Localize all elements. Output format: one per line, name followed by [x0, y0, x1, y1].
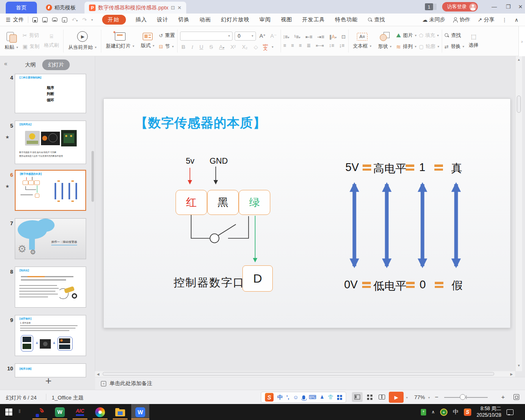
zoom-options-icon[interactable]: ▾ — [428, 396, 430, 399]
window-count-badge[interactable]: 1 — [425, 3, 433, 10]
taskbar-app-explorer[interactable] — [111, 404, 129, 420]
slideshow-play-button[interactable]: ▶ — [389, 392, 404, 403]
text-box-anchor-icon[interactable]: ⊡ — [342, 34, 346, 40]
ime-person-icon[interactable]: ♟ — [320, 395, 324, 400]
slide-thumbnail-4[interactable]: 【三种主要控制结构】 顺序 判断 循环 — [15, 74, 86, 113]
shapes-button[interactable]: 形状▾ — [376, 32, 394, 50]
wire-box-black[interactable]: 黑 — [207, 190, 239, 215]
redo-icon[interactable]: ↷ — [82, 17, 87, 23]
slide-thumbnail-9[interactable]: 【动手制作】 1. 硬件连接 + + — [15, 315, 86, 356]
font-size-select[interactable]: 0▾ — [235, 32, 256, 41]
find-menu[interactable]: 查找 — [368, 16, 385, 23]
pin-tab-icon[interactable]: ⊡ — [171, 5, 175, 11]
sync-status[interactable]: ☁未同步 — [422, 16, 445, 23]
align-center-icon[interactable]: ≡ — [291, 43, 294, 48]
slide-thumbnail-7[interactable]: ⚙ ⚙ 操作一：障碍报警器 — [15, 218, 86, 259]
theme-name[interactable]: 1_Office 主题 — [52, 394, 84, 402]
new-slide-button[interactable]: ✶ 新建幻灯片▾ — [104, 32, 136, 50]
tab-home[interactable]: 首页 — [6, 2, 37, 14]
increase-indent-icon[interactable]: ⇥≡ — [317, 34, 324, 40]
taskbar-app-aic[interactable]: AIC — [71, 404, 89, 420]
file-menu[interactable]: ☰ 文件 — [6, 16, 24, 23]
replace-button[interactable]: ⇄替换▾ — [445, 43, 464, 50]
outline-button[interactable]: ▢轮廓▾ — [419, 43, 439, 50]
taskbar-app-mindmaster[interactable]: W — [51, 404, 69, 420]
find-button[interactable]: 查找 — [445, 32, 464, 39]
ime-emoji-icon[interactable]: ☺ — [293, 394, 298, 400]
tab-outline[interactable]: 大纲 — [25, 61, 36, 68]
tab-document[interactable]: P 数字传感器和模拟传感器.pptx ⊡ ✕ — [84, 2, 186, 14]
font-color-button[interactable]: A▾ — [218, 44, 226, 50]
tab-features[interactable]: 特色功能 — [335, 16, 358, 23]
ime-toolbar[interactable]: S 中 ’, ☺ ⌨ ♟ 👕 — [261, 392, 346, 403]
wire-box-green[interactable]: 绿 — [239, 190, 270, 215]
slide-thumbnail-5[interactable]: 【找共同点】 数字传感器 D 绿色 输出高/低电平 可判断 图形化模块是六边形 … — [15, 121, 86, 164]
fit-to-window-button[interactable] — [514, 394, 519, 400]
notes-bar[interactable]: ≡ 单击此处添加备注 — [95, 377, 525, 390]
tab-animation[interactable]: 动画 — [200, 16, 211, 23]
slide-6-editing-area[interactable]: 【数字传感器的本质】 5v GND — [103, 98, 511, 328]
taskbar-app-browser[interactable] — [91, 404, 109, 420]
arrange-button[interactable]: ≋排列▾ — [396, 43, 417, 50]
play-options-icon[interactable]: ▾ — [406, 396, 408, 399]
scroll-up-icon[interactable]: ▲ — [517, 58, 520, 62]
align-right-icon[interactable]: ≡ — [299, 43, 302, 48]
vertical-scrollbar-thumb[interactable] — [517, 96, 521, 113]
start-button[interactable] — [5, 409, 12, 415]
tab-slideshow[interactable]: 幻灯片放映 — [221, 16, 250, 23]
ime-mic-icon[interactable] — [302, 395, 305, 399]
zoom-slider-thumb[interactable] — [460, 394, 466, 400]
strikethrough-button[interactable]: S — [208, 44, 215, 50]
tab-view[interactable]: 视图 — [281, 16, 292, 23]
font-family-select[interactable]: ▾ — [180, 32, 233, 41]
increase-font-icon[interactable]: A⁺ — [258, 33, 267, 39]
copy-button[interactable]: ▣复制 — [23, 43, 39, 50]
undo-icon[interactable]: ↶▾ — [72, 17, 78, 23]
section-button[interactable]: ⊟节▾ — [159, 43, 175, 50]
taskbar-app-wps-active[interactable]: W — [131, 404, 149, 420]
superscript-button[interactable]: X² — [229, 44, 237, 50]
decrease-font-icon[interactable]: A⁻ — [269, 33, 278, 39]
notification-center-icon[interactable] — [507, 409, 514, 415]
print-icon[interactable] — [52, 18, 57, 22]
bold-button[interactable]: B — [180, 44, 186, 50]
more-menu-icon[interactable]: ⋮ — [502, 17, 507, 23]
ime-toolbox-icon[interactable] — [337, 395, 342, 400]
zoom-level[interactable]: 77% — [414, 394, 425, 400]
share-button[interactable]: ↗分享 — [478, 16, 495, 23]
text-direction-icon[interactable]: ∥A▾ — [329, 34, 337, 40]
reading-view-button[interactable] — [377, 392, 387, 402]
align-left-icon[interactable]: ≡ — [283, 43, 286, 48]
tab-slides[interactable]: 幻灯片 — [42, 59, 70, 70]
usb-tray-icon[interactable]: ⇡ — [421, 409, 426, 415]
collapse-ribbon-icon[interactable]: ∧ — [514, 17, 518, 23]
normal-view-button[interactable] — [352, 392, 363, 402]
phonetic-guide-button[interactable]: wén文 — [263, 43, 268, 51]
wire-box-red[interactable]: 红 — [176, 190, 207, 215]
customize-toolbar-icon[interactable]: ▾ — [91, 18, 93, 22]
tab-devtools[interactable]: 开发工具 — [302, 16, 325, 23]
digital-port-box[interactable]: D — [242, 265, 273, 292]
tray-expand-icon[interactable]: ∧ — [431, 409, 435, 415]
tab-design[interactable]: 设计 — [157, 16, 169, 23]
layout-button[interactable]: 版式▾ — [139, 33, 156, 49]
add-slide-button[interactable]: + — [40, 374, 57, 387]
numbered-list-icon[interactable]: ¹≡▾ — [294, 34, 300, 40]
scroll-down-icon[interactable]: ▼ — [517, 364, 520, 368]
scroll-left-icon[interactable]: ◀ — [97, 372, 99, 376]
ime-keyboard-icon[interactable]: ⌨ — [309, 394, 317, 400]
save-icon[interactable] — [32, 17, 38, 23]
close-window-button[interactable]: ✕ — [514, 0, 525, 14]
ribbon-expand-button[interactable]: › — [518, 26, 525, 56]
slide-thumbnail-6-selected[interactable]: 【数字传感器的本质】 — [15, 170, 86, 211]
ime-skin-icon[interactable]: 👕 — [328, 395, 333, 400]
para-spacing-icon[interactable]: ↨≡ — [339, 43, 345, 48]
picture-button[interactable]: ⛰图片▾ — [396, 32, 417, 39]
reset-button[interactable]: ↺重置 — [159, 32, 175, 39]
taskbar-app-altium[interactable] — [31, 404, 49, 420]
zoom-in-button[interactable]: + — [501, 393, 505, 400]
select-button[interactable]: ⬚ 选择 — [467, 33, 481, 49]
tab-insert[interactable]: 插入 — [136, 16, 147, 23]
minimize-button[interactable]: — — [487, 0, 501, 14]
maximize-button[interactable]: ❐ — [501, 0, 515, 14]
